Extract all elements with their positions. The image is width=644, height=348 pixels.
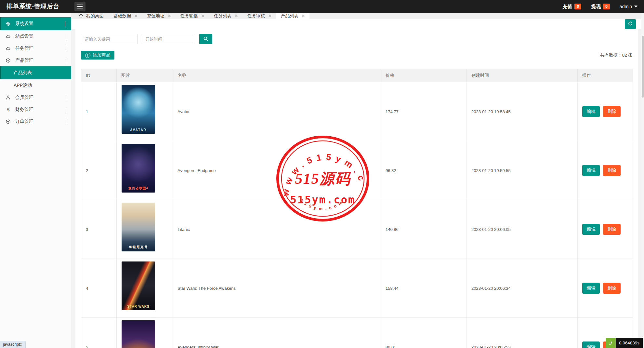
tab-task-list[interactable]: 任务列表: [209, 13, 243, 19]
cell-price: 140.86: [381, 200, 467, 259]
cell-price: 80.01: [381, 318, 467, 348]
chevron-left-icon: [65, 95, 65, 100]
poster-titanic[interactable]: 泰坦尼克号: [122, 203, 155, 251]
status-link-hint: javascript:;: [0, 341, 26, 348]
username: admin: [620, 4, 632, 9]
col-header-actions: 操作: [578, 69, 633, 82]
refresh-button[interactable]: [625, 19, 636, 29]
delete-button[interactable]: 删除: [603, 224, 621, 235]
search-icon: [203, 36, 208, 42]
cell-name: Titanic: [173, 200, 381, 259]
app-title: 排单系统-管理后台: [7, 2, 59, 11]
delete-button[interactable]: 删除: [603, 106, 621, 117]
debug-bar: 0.064839s: [606, 338, 643, 348]
home-icon: [79, 13, 83, 19]
top-header: 排单系统-管理后台 充值 0 提现 0 admin: [0, 0, 644, 13]
keyword-input[interactable]: [81, 34, 138, 44]
caret-down-icon: [634, 6, 637, 7]
cell-name: Avengers: Infinity War: [173, 318, 381, 348]
cell-created: 2023-01-20 19:59:55: [467, 141, 578, 200]
gear-icon: [5, 21, 11, 26]
recharge-label: 充值: [562, 4, 572, 10]
withdraw-menu[interactable]: 提现 0: [591, 4, 610, 10]
total-count: 共有数据：82 条: [600, 52, 633, 58]
poster-starwars[interactable]: STAR WARS: [122, 261, 155, 310]
cell-name: Star Wars: The Force Awakens: [173, 259, 381, 318]
poster-infinity-war[interactable]: 复仇者联盟3: [122, 320, 155, 348]
hamburger-menu-icon[interactable]: [74, 2, 85, 11]
table-header-row: ID 图片 名称 价格 创建时间 操作: [81, 69, 633, 82]
edit-button[interactable]: 编辑: [582, 283, 600, 294]
delete-button[interactable]: 删除: [603, 165, 621, 176]
add-product-button[interactable]: 添加商品: [81, 51, 114, 60]
poster-avatar[interactable]: AVATAR: [122, 85, 155, 134]
cell-created: 2023-01-20 20:06:53: [467, 318, 578, 348]
table-row: 3 泰坦尼克号 Titanic 140.86 2023-01-20 20:06:…: [81, 200, 633, 259]
plus-circle-icon: [85, 53, 90, 58]
tab-recharge-address[interactable]: 充值地址: [142, 13, 176, 19]
scrollbar-thumb[interactable]: [642, 36, 644, 98]
vertical-scrollbar[interactable]: [641, 13, 644, 348]
recharge-menu[interactable]: 充值 0: [562, 4, 581, 10]
chevron-left-icon: [65, 34, 65, 39]
sidebar-item-finance-management[interactable]: $ 财务管理: [0, 103, 71, 115]
sidebar-item-system-settings[interactable]: 系统设置: [0, 17, 71, 30]
cell-id: 2: [81, 141, 117, 200]
sidebar-item-site-settings[interactable]: 站点设置: [0, 30, 71, 42]
refresh-icon: [628, 21, 633, 27]
sidebar: 系统设置 站点设置 任务管理 产品管理 产品列表: [0, 13, 71, 348]
user-icon: [5, 95, 11, 100]
col-header-id: ID: [81, 69, 117, 82]
cell-price: 96.32: [381, 141, 467, 200]
tab-task-review[interactable]: 任务审核: [243, 13, 276, 19]
cube-icon: [5, 58, 11, 63]
sidebar-item-task-management[interactable]: 任务管理: [0, 42, 71, 54]
user-menu[interactable]: admin: [620, 4, 637, 9]
close-tab-icon[interactable]: [301, 14, 305, 18]
recharge-count-badge: 0: [574, 4, 581, 9]
edit-button[interactable]: 编辑: [582, 224, 600, 235]
withdraw-count-badge: 0: [603, 4, 610, 9]
thinkphp-leaf-icon[interactable]: [606, 338, 616, 348]
sidebar-item-app-scroll[interactable]: APP滚动: [0, 79, 71, 91]
tab-bar: 我的桌面 基础数据 充值地址 任务轮播 任务列表 任务审核 产品列表: [71, 13, 644, 19]
chevron-left-icon: [65, 46, 65, 51]
close-tab-icon[interactable]: [201, 14, 204, 18]
delete-button[interactable]: 删除: [603, 283, 621, 294]
cell-created: 2023-01-20 20:06:05: [467, 200, 578, 259]
chevron-down-icon: [65, 58, 65, 63]
sidebar-item-product-management[interactable]: 产品管理: [0, 54, 71, 66]
table-row: 2 复仇者联盟4 Avengers: Endgame 96.32 2023-01…: [81, 141, 633, 200]
sidebar-item-member-management[interactable]: 会员管理: [0, 91, 71, 103]
sidebar-item-order-management[interactable]: 订单管理: [0, 115, 71, 127]
col-header-image: 图片: [117, 69, 173, 82]
close-tab-icon[interactable]: [134, 14, 137, 18]
poster-endgame[interactable]: 复仇者联盟4: [122, 144, 155, 193]
tab-task-carousel[interactable]: 任务轮播: [176, 13, 209, 19]
cell-created: 2023-01-20 19:58:45: [467, 82, 578, 141]
edit-button[interactable]: 编辑: [582, 341, 600, 348]
cell-id: 1: [81, 82, 117, 141]
edit-button[interactable]: 编辑: [582, 165, 600, 176]
dollar-icon: $: [5, 107, 11, 112]
tab-product-list[interactable]: 产品列表: [276, 13, 309, 19]
cell-name: Avengers: Endgame: [173, 141, 381, 200]
close-tab-icon[interactable]: [167, 14, 171, 18]
tab-basic-data[interactable]: 基础数据: [109, 13, 142, 19]
toolbar-strip: [71, 19, 644, 29]
chevron-left-icon: [65, 119, 65, 124]
chevron-left-icon: [65, 107, 65, 112]
cube-icon: [5, 119, 11, 124]
search-button[interactable]: [199, 34, 212, 44]
close-tab-icon[interactable]: [234, 14, 238, 18]
cloud-icon: [5, 34, 11, 39]
cell-created: 2023-01-20 20:06:34: [467, 259, 578, 318]
execution-time: 0.064839s: [616, 338, 643, 348]
close-tab-icon[interactable]: [268, 14, 271, 18]
tab-my-desktop[interactable]: 我的桌面: [74, 13, 109, 19]
content-card: 添加商品 共有数据：82 条 ID 图片 名称 价格 创建时间 操作: [75, 29, 638, 348]
start-time-input[interactable]: [142, 34, 195, 44]
edit-button[interactable]: 编辑: [582, 106, 600, 117]
cell-id: 5: [81, 318, 117, 348]
sidebar-item-product-list[interactable]: 产品列表: [0, 66, 71, 79]
